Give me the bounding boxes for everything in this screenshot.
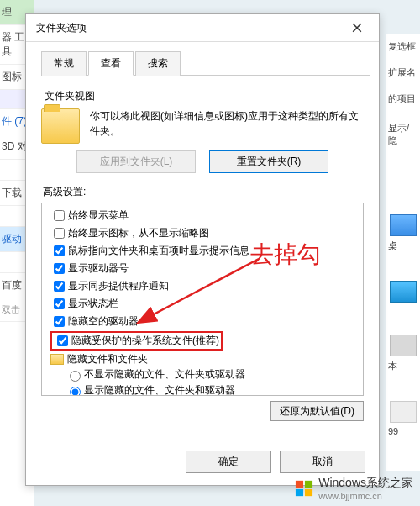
advanced-settings-list[interactable]: 始终显示菜单 始终显示图标，从不显示缩略图 鼠标指向文件夹和桌面项时显示提示信息…	[41, 203, 364, 396]
chk-show-tooltips[interactable]	[54, 245, 65, 256]
folder-views-description: 你可以将此视图(如详细信息或图标)应用于这种类型的所有文件夹。	[90, 108, 364, 139]
reset-folders-button[interactable]: 重置文件夹(R)	[209, 150, 328, 173]
chk-always-show-menu[interactable]	[54, 210, 65, 221]
advanced-settings-label: 高级设置:	[43, 185, 364, 199]
windows-logo-icon	[295, 479, 313, 498]
watermark-url: www.bjjmmc.cn	[318, 491, 413, 501]
watermark: Windows系统之家 www.bjjmmc.cn	[295, 476, 413, 501]
folder-views-label: 文件夹视图	[45, 89, 364, 103]
radio-show-hidden[interactable]	[70, 387, 81, 396]
chk-hide-protected-os-files[interactable]	[57, 335, 68, 346]
close-icon	[352, 23, 362, 33]
tab-view[interactable]: 查看	[88, 51, 134, 76]
folder-icon	[41, 108, 80, 144]
ok-button[interactable]: 确定	[186, 451, 271, 473]
chk-always-icons[interactable]	[54, 228, 65, 239]
tab-search[interactable]: 搜索	[135, 51, 181, 76]
chk-status-bar[interactable]	[54, 298, 65, 309]
background-right: 复选框 扩展名 的项目 显示/隐 桌 本 99	[386, 34, 420, 471]
view-pane: 文件夹视图 你可以将此视图(如详细信息或图标)应用于这种类型的所有文件夹。 应用…	[26, 76, 379, 442]
chk-sync-provider[interactable]	[54, 281, 65, 292]
close-button[interactable]	[342, 16, 372, 40]
svg-rect-3	[296, 489, 303, 496]
chk-show-drive-letters[interactable]	[54, 263, 65, 274]
dialog-title: 文件夹选项	[36, 21, 87, 35]
folder-options-dialog: 文件夹选项 常规 查看 搜索 文件夹视图 你可以将此视图(如详细信息或图标)应用…	[25, 13, 380, 486]
radio-dont-show-hidden[interactable]	[70, 371, 81, 382]
folder-mini-icon	[50, 354, 64, 365]
watermark-title: Windows系统之家	[318, 476, 413, 491]
cancel-button[interactable]: 取消	[280, 451, 365, 473]
chk-hide-empty-drives[interactable]	[54, 316, 65, 327]
tab-general[interactable]: 常规	[41, 51, 87, 76]
titlebar: 文件夹选项	[26, 14, 379, 42]
svg-rect-1	[296, 481, 303, 488]
apply-to-folders-button: 应用到文件夹(L)	[76, 150, 196, 173]
svg-rect-2	[305, 481, 312, 488]
restore-defaults-button[interactable]: 还原为默认值(D)	[270, 401, 364, 421]
svg-rect-4	[305, 489, 312, 496]
row-hide-protected-os-files: 隐藏受保护的操作系统文件(推荐)	[50, 330, 360, 351]
tabs: 常规 查看 搜索	[41, 50, 370, 76]
